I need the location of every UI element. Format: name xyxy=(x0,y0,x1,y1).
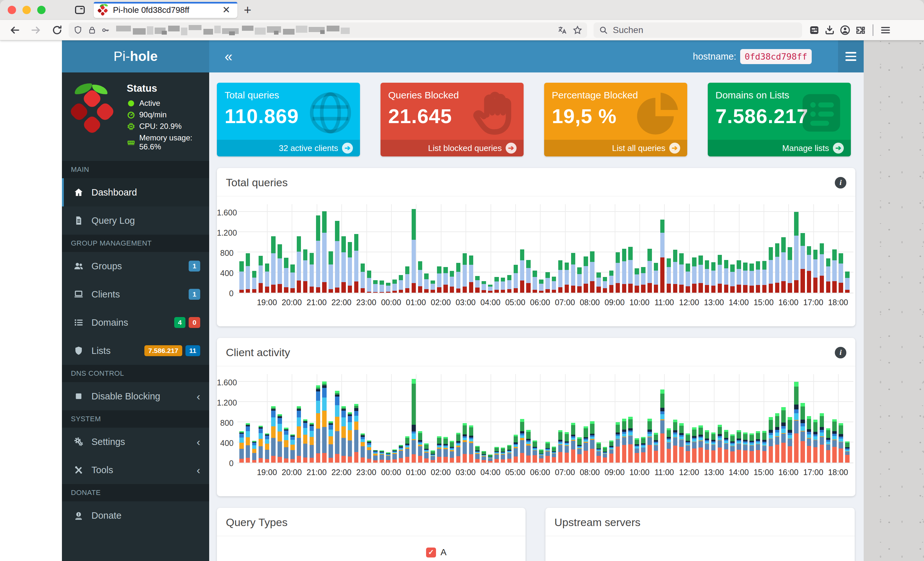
sidebar-item-disable-blocking[interactable]: Disable Blocking‹ xyxy=(62,382,209,410)
menu-hamburger-icon[interactable] xyxy=(878,22,893,38)
stacked-bar xyxy=(482,281,486,293)
sidebar-item-clients[interactable]: Clients1 xyxy=(62,280,209,308)
gears-icon xyxy=(74,437,84,447)
tools-icon xyxy=(74,465,84,475)
firefox-view-icon[interactable] xyxy=(74,4,86,16)
stacked-bar xyxy=(718,425,722,462)
sidebar-item-tools[interactable]: Tools‹ xyxy=(62,456,209,484)
status-row-label: Active xyxy=(139,99,160,108)
card-footer-link[interactable]: 32 active clients➔ xyxy=(217,140,360,156)
stacked-bar xyxy=(507,445,512,462)
stacked-bar xyxy=(686,263,690,293)
pihole-logo[interactable]: Pi-hole xyxy=(62,40,209,72)
stacked-bar xyxy=(303,250,308,293)
arrow-right-icon: ➔ xyxy=(669,143,680,154)
search-bar[interactable] xyxy=(594,22,802,38)
stacked-bar xyxy=(450,441,454,462)
card-footer-link[interactable]: List all queries➔ xyxy=(544,140,687,156)
search-input[interactable] xyxy=(613,25,780,35)
memory-icon xyxy=(127,138,135,147)
sidebar-section-header: DONATE xyxy=(62,484,209,501)
info-icon[interactable]: i xyxy=(835,347,846,358)
stacked-bar xyxy=(239,261,244,293)
status-row: CPU: 20.9% xyxy=(127,122,203,131)
stacked-bar xyxy=(475,446,480,462)
sidebar-item-query-log[interactable]: Query Log xyxy=(62,206,209,235)
status-row-label: 90q/min xyxy=(139,110,166,119)
traffic-lights xyxy=(8,6,45,14)
translate-icon[interactable] xyxy=(557,25,567,35)
sidebar-item-label: Clients xyxy=(92,289,120,300)
arrow-right-icon: ➔ xyxy=(506,143,516,154)
stacked-bar xyxy=(584,426,588,462)
sidebar-item-settings[interactable]: Settings‹ xyxy=(62,428,209,456)
card-footer-link[interactable]: List blocked queries➔ xyxy=(381,140,524,156)
stacked-bar xyxy=(380,450,384,462)
sidebar-item-donate[interactable]: Donate xyxy=(62,501,209,530)
page-left-gutter xyxy=(0,40,62,561)
library-icon[interactable] xyxy=(807,22,822,38)
panel-title: Upstream servers xyxy=(554,516,640,529)
close-window-button[interactable] xyxy=(8,6,16,14)
stacked-bar xyxy=(463,423,467,462)
stacked-bar xyxy=(813,250,818,293)
stacked-bar xyxy=(801,233,805,293)
x-axis-tick: 18:00 xyxy=(824,298,852,307)
toolbar-divider xyxy=(873,24,873,36)
stacked-bar xyxy=(514,265,518,293)
extensions-puzzle-icon[interactable] xyxy=(853,22,868,38)
stacked-bar xyxy=(488,285,492,293)
navbar-hamburger-icon[interactable] xyxy=(838,40,864,72)
downloads-icon[interactable] xyxy=(822,22,837,38)
url-bar[interactable] xyxy=(69,22,587,38)
sidebar-collapse-icon[interactable]: « xyxy=(225,51,232,62)
stacked-bar xyxy=(469,425,474,462)
stacked-bar xyxy=(545,442,550,462)
sidebar-item-groups[interactable]: Groups1 xyxy=(62,252,209,280)
sidebar-section-header: DNS CONTROL xyxy=(62,365,209,382)
sidebar-item-label: Tools xyxy=(92,465,113,476)
card-footer-link[interactable]: Manage lists➔ xyxy=(708,140,851,156)
summary-card-percentage-blocked: Percentage Blocked19,5 %List all queries… xyxy=(544,83,687,156)
bookmark-star-icon[interactable] xyxy=(572,25,583,35)
account-icon[interactable] xyxy=(837,22,853,38)
stacked-bar xyxy=(278,244,282,293)
sidebar-item-label: Dashboard xyxy=(92,187,137,198)
stacked-bar xyxy=(667,258,671,293)
chevron-left-icon: ‹ xyxy=(196,464,200,476)
stacked-bar xyxy=(430,280,435,293)
stacked-bar xyxy=(832,250,837,293)
stacked-bar xyxy=(788,247,792,293)
legend-item-A[interactable]: ✓A xyxy=(426,547,447,558)
shield-icon[interactable] xyxy=(73,25,83,35)
stacked-bar xyxy=(654,263,658,293)
stacked-bar xyxy=(838,253,843,293)
legend-checkbox[interactable]: ✓ xyxy=(426,548,436,558)
minimize-window-button[interactable] xyxy=(22,6,31,14)
stacked-bar xyxy=(807,246,812,293)
stacked-bar xyxy=(826,428,831,462)
sidebar-item-dashboard[interactable]: Dashboard xyxy=(62,178,209,206)
new-tab-button[interactable]: + xyxy=(244,3,251,16)
stacked-bar xyxy=(399,275,403,293)
sidebar-item-domains[interactable]: Domains40 xyxy=(62,308,209,337)
y-axis-tick: 800 xyxy=(217,418,234,428)
sidebar: Status Active90q/minCPU: 20.9%Memory usa… xyxy=(62,72,209,561)
stacked-bar xyxy=(801,403,805,462)
tab-close-icon[interactable]: ✕ xyxy=(220,4,232,15)
pihole-favicon xyxy=(99,5,108,15)
globe-icon xyxy=(305,88,356,138)
y-axis-tick: 1.200 xyxy=(217,398,234,407)
sidebar-item-lists[interactable]: Lists7.586.21711 xyxy=(62,337,209,365)
info-icon[interactable]: i xyxy=(835,177,846,188)
stacked-bar xyxy=(284,428,288,462)
lock-icon[interactable] xyxy=(87,25,97,35)
zoom-window-button[interactable] xyxy=(37,6,45,14)
stacked-bar xyxy=(838,423,843,462)
stacked-bar xyxy=(412,379,416,462)
stacked-bar xyxy=(730,265,735,293)
browser-tab[interactable]: Pi-hole 0fd38cd798ff ✕ xyxy=(94,2,237,18)
back-icon[interactable] xyxy=(7,22,22,38)
stacked-bar xyxy=(437,436,441,462)
reload-icon[interactable] xyxy=(50,22,65,38)
